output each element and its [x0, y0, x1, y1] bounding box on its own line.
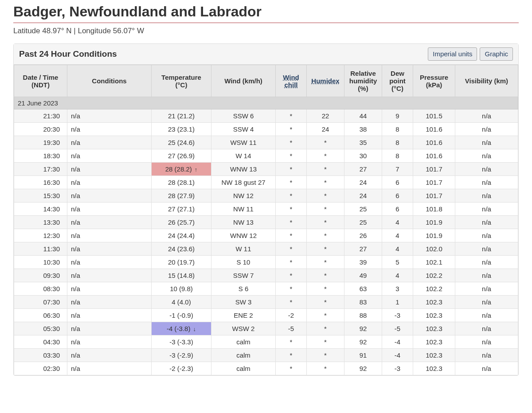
cell-windchill: * — [276, 176, 307, 189]
cell-wind: NW 11 — [211, 203, 276, 216]
cell-conditions: n/a — [67, 242, 152, 256]
cell-windchill: * — [276, 282, 307, 296]
cell-pressure: 102.0 — [413, 242, 455, 256]
arrow-up-icon: ↑ — [195, 166, 198, 173]
cell-pressure: 101.9 — [413, 216, 455, 229]
cell-visibility: n/a — [455, 309, 518, 322]
cell-conditions: n/a — [67, 136, 152, 149]
cell-pressure: 102.1 — [413, 256, 455, 269]
cell-visibility: n/a — [455, 149, 518, 163]
cell-time: 16:30 — [14, 176, 67, 189]
cell-conditions: n/a — [67, 362, 152, 375]
graphic-button[interactable]: Graphic — [480, 47, 513, 61]
table-row: 02:30n/a-2 (-2.3)calm**92-3102.3n/a — [14, 362, 518, 375]
cell-time: 15:30 — [14, 189, 67, 203]
cell-conditions: n/a — [67, 163, 152, 176]
cell-relhum: 83 — [344, 296, 382, 309]
cell-visibility: n/a — [455, 136, 518, 149]
cell-relhum: 91 — [344, 349, 382, 362]
cell-wind: S 6 — [211, 282, 276, 296]
cell-time: 20:30 — [14, 123, 67, 136]
cell-visibility: n/a — [455, 242, 518, 256]
cell-temperature: 28 (28.2)↑ — [152, 163, 211, 176]
cell-wind: S 10 — [211, 256, 276, 269]
cell-windchill: * — [276, 149, 307, 163]
table-body: 21 June 2023 21:30n/a21 (21.2)SSW 6*2244… — [14, 97, 518, 375]
cell-humidex: * — [307, 242, 344, 256]
conditions-table: Date / Time (NDT) Conditions Temperature… — [14, 65, 518, 375]
panel-title: Past 24 Hour Conditions — [19, 49, 117, 59]
cell-relhum: 39 — [344, 256, 382, 269]
cell-pressure: 101.6 — [413, 149, 455, 163]
cell-conditions: n/a — [67, 296, 152, 309]
cell-visibility: n/a — [455, 362, 518, 375]
cell-temperature: 20 (19.7) — [152, 256, 211, 269]
cell-conditions: n/a — [67, 349, 152, 362]
cell-wind: NW 12 — [211, 189, 276, 203]
table-row: 08:30n/a10 (9.8)S 6**633102.2n/a — [14, 282, 518, 296]
cell-time: 12:30 — [14, 229, 67, 242]
cell-temperature: 28 (27.9) — [152, 189, 211, 203]
cell-wind: SSW 6 — [211, 109, 276, 123]
cell-pressure: 101.7 — [413, 176, 455, 189]
cell-temperature: 25 (24.6) — [152, 136, 211, 149]
cell-dewpoint: 4 — [382, 242, 413, 256]
cell-windchill: * — [276, 349, 307, 362]
cell-dewpoint: 5 — [382, 256, 413, 269]
windchill-link[interactable]: Wind chill — [283, 74, 299, 89]
table-row: 04:30n/a-3 (-3.3)calm**92-4102.3n/a — [14, 335, 518, 349]
cell-time: 09:30 — [14, 269, 67, 282]
page-title: Badger, Newfoundland and Labrador — [13, 4, 519, 23]
coordinates: Latitude 48.97° N | Longitude 56.07° W — [13, 27, 519, 35]
cell-temperature: 27 (26.9) — [152, 149, 211, 163]
cell-relhum: 35 — [344, 136, 382, 149]
cell-pressure: 101.8 — [413, 203, 455, 216]
cell-dewpoint: -5 — [382, 322, 413, 335]
table-row: 20:30n/a23 (23.1)SSW 4*24388101.6n/a — [14, 123, 518, 136]
cell-humidex: 24 — [307, 123, 344, 136]
cell-windchill: * — [276, 109, 307, 123]
cell-wind: SW 3 — [211, 296, 276, 309]
panel-header: Past 24 Hour Conditions Imperial units G… — [14, 44, 518, 65]
cell-humidex: * — [307, 189, 344, 203]
cell-temperature: -4 (-3.8)↓ — [152, 322, 211, 335]
cell-temperature: -1 (-0.9) — [152, 309, 211, 322]
cell-dewpoint: -3 — [382, 362, 413, 375]
cell-dewpoint: 9 — [382, 109, 413, 123]
cell-humidex: * — [307, 176, 344, 189]
cell-temperature: 21 (21.2) — [152, 109, 211, 123]
col-windchill: Wind chill — [276, 65, 307, 97]
cell-dewpoint: -4 — [382, 335, 413, 349]
cell-wind: NW 18 gust 27 — [211, 176, 276, 189]
table-row: 07:30n/a4 (4.0)SW 3**831102.3n/a — [14, 296, 518, 309]
table-row: 21:30n/a21 (21.2)SSW 6*22449101.5n/a — [14, 109, 518, 123]
cell-visibility: n/a — [455, 189, 518, 203]
cell-relhum: 92 — [344, 322, 382, 335]
imperial-units-button[interactable]: Imperial units — [428, 47, 477, 61]
col-humidex: Humidex — [307, 65, 344, 97]
cell-pressure: 102.3 — [413, 322, 455, 335]
cell-pressure: 101.6 — [413, 123, 455, 136]
cell-relhum: 38 — [344, 123, 382, 136]
cell-dewpoint: 6 — [382, 203, 413, 216]
humidex-link[interactable]: Humidex — [311, 77, 339, 85]
cell-temperature: 26 (25.7) — [152, 216, 211, 229]
cell-wind: W 11 — [211, 242, 276, 256]
col-relhum: Relative humidity (%) — [344, 65, 382, 97]
cell-wind: calm — [211, 349, 276, 362]
date-row: 21 June 2023 — [14, 97, 518, 109]
cell-pressure: 102.2 — [413, 269, 455, 282]
cell-conditions: n/a — [67, 309, 152, 322]
table-row: 06:30n/a-1 (-0.9)ENE 2-2*88-3102.3n/a — [14, 309, 518, 322]
cell-wind: W 14 — [211, 149, 276, 163]
cell-pressure: 101.7 — [413, 189, 455, 203]
cell-humidex: * — [307, 256, 344, 269]
col-datetime: Date / Time (NDT) — [14, 65, 67, 97]
cell-temperature: 23 (23.1) — [152, 123, 211, 136]
cell-pressure: 101.6 — [413, 136, 455, 149]
cell-temperature: 4 (4.0) — [152, 296, 211, 309]
cell-dewpoint: 7 — [382, 163, 413, 176]
cell-windchill: -2 — [276, 309, 307, 322]
past-24h-panel: Past 24 Hour Conditions Imperial units G… — [13, 43, 519, 376]
cell-wind: calm — [211, 335, 276, 349]
